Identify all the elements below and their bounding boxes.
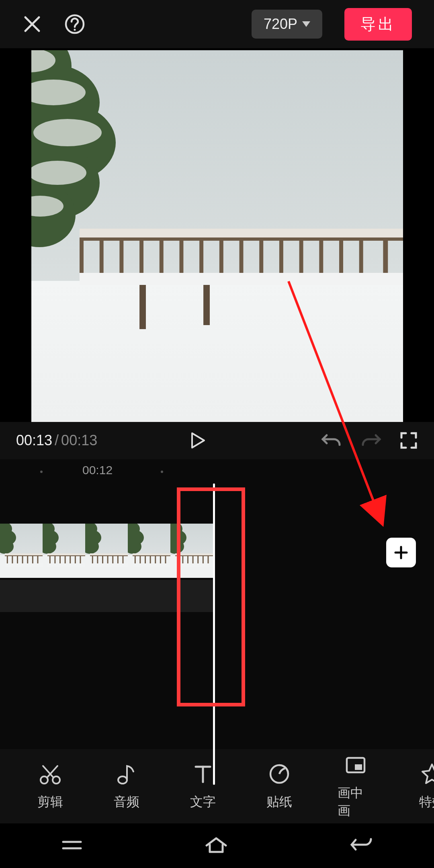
svg-rect-81 bbox=[139, 556, 141, 563]
svg-rect-57 bbox=[65, 556, 66, 563]
ruler-tick bbox=[161, 471, 163, 473]
svg-rect-28 bbox=[299, 241, 303, 273]
fullscreen-icon[interactable] bbox=[399, 431, 418, 450]
tool-sticker[interactable]: 贴纸 bbox=[261, 762, 297, 811]
picture-in-picture-icon bbox=[344, 753, 368, 777]
text-icon bbox=[191, 762, 215, 786]
add-clip-button[interactable] bbox=[386, 538, 416, 567]
export-label: 导出 bbox=[360, 16, 396, 33]
resolution-label: 720P bbox=[264, 16, 297, 33]
video-preview[interactable] bbox=[31, 50, 403, 422]
svg-rect-31 bbox=[359, 241, 363, 273]
svg-rect-24 bbox=[219, 241, 223, 273]
svg-rect-74 bbox=[90, 563, 128, 567]
time-display: 00:13/00:13 bbox=[16, 432, 97, 449]
svg-rect-58 bbox=[70, 556, 71, 563]
preview-area bbox=[0, 48, 434, 422]
svg-rect-69 bbox=[102, 556, 103, 563]
clip-thumbnail bbox=[85, 524, 128, 578]
tool-label: 特效 bbox=[419, 793, 434, 811]
svg-rect-54 bbox=[49, 556, 51, 563]
undo-icon[interactable] bbox=[321, 432, 341, 449]
nav-recent-icon[interactable] bbox=[61, 837, 83, 855]
play-bar: 00:13/00:13 bbox=[0, 422, 434, 459]
music-note-icon bbox=[115, 762, 139, 786]
svg-rect-78 bbox=[133, 553, 170, 555]
help-icon[interactable] bbox=[64, 14, 85, 35]
svg-rect-30 bbox=[339, 241, 343, 273]
svg-rect-46 bbox=[32, 556, 33, 563]
nav-home-icon[interactable] bbox=[204, 836, 228, 856]
svg-marker-113 bbox=[422, 764, 434, 783]
svg-rect-17 bbox=[80, 241, 84, 273]
close-icon[interactable] bbox=[22, 14, 42, 34]
svg-point-11 bbox=[33, 119, 102, 146]
tool-label: 画中画 bbox=[338, 784, 374, 820]
svg-rect-48 bbox=[5, 563, 43, 567]
svg-rect-80 bbox=[135, 556, 136, 563]
bottom-tool-bar: 剪辑 音频 文字 贴纸 画中画 bbox=[0, 749, 434, 823]
svg-rect-27 bbox=[279, 241, 283, 273]
svg-point-107 bbox=[118, 776, 127, 784]
svg-rect-56 bbox=[59, 556, 61, 563]
nav-back-icon[interactable] bbox=[349, 837, 373, 855]
svg-rect-86 bbox=[165, 556, 166, 563]
ruler-time-label: 00:12 bbox=[82, 463, 113, 477]
tool-text[interactable]: 文字 bbox=[185, 762, 221, 811]
svg-marker-35 bbox=[192, 433, 204, 448]
svg-rect-42 bbox=[12, 556, 13, 563]
svg-rect-71 bbox=[112, 556, 113, 563]
svg-rect-84 bbox=[155, 556, 156, 563]
play-icon[interactable] bbox=[188, 431, 207, 450]
tool-audio[interactable]: 音频 bbox=[108, 762, 145, 811]
resolution-selector[interactable]: 720P bbox=[252, 10, 322, 39]
svg-rect-19 bbox=[119, 241, 123, 273]
undo-redo-group bbox=[321, 432, 381, 449]
svg-rect-79 bbox=[133, 555, 170, 556]
svg-rect-21 bbox=[159, 241, 163, 273]
svg-rect-26 bbox=[259, 241, 263, 273]
svg-rect-20 bbox=[139, 241, 143, 273]
svg-rect-32 bbox=[383, 241, 388, 273]
svg-rect-43 bbox=[17, 556, 18, 563]
svg-rect-65 bbox=[90, 553, 128, 555]
svg-rect-14 bbox=[80, 273, 403, 285]
svg-rect-16 bbox=[80, 237, 403, 241]
svg-rect-70 bbox=[107, 556, 108, 563]
svg-rect-82 bbox=[145, 556, 146, 563]
clip-thumbnail bbox=[128, 524, 170, 578]
tool-label: 剪辑 bbox=[37, 793, 63, 811]
current-time: 00:13 bbox=[16, 432, 52, 448]
sticker-icon bbox=[267, 762, 291, 786]
tool-edit[interactable]: 剪辑 bbox=[32, 762, 68, 811]
tool-label: 文字 bbox=[190, 793, 216, 811]
svg-rect-87 bbox=[133, 563, 170, 567]
svg-point-3 bbox=[74, 29, 76, 31]
svg-rect-47 bbox=[37, 556, 39, 563]
system-nav-bar bbox=[0, 823, 434, 868]
timeline[interactable]: 00:12 bbox=[0, 459, 434, 749]
svg-rect-15 bbox=[80, 229, 403, 237]
svg-rect-66 bbox=[90, 555, 128, 556]
svg-rect-61 bbox=[47, 563, 85, 567]
svg-rect-29 bbox=[319, 241, 323, 273]
redo-icon[interactable] bbox=[361, 432, 381, 449]
svg-rect-45 bbox=[27, 556, 28, 563]
tool-pip[interactable]: 画中画 bbox=[338, 753, 374, 820]
svg-rect-39 bbox=[5, 553, 43, 555]
svg-rect-53 bbox=[47, 555, 85, 556]
export-button[interactable]: 导出 bbox=[344, 8, 412, 41]
svg-rect-67 bbox=[92, 556, 93, 563]
svg-rect-18 bbox=[99, 241, 103, 273]
svg-rect-112 bbox=[355, 764, 362, 770]
svg-rect-22 bbox=[179, 241, 183, 273]
top-bar: 720P 导出 bbox=[0, 0, 434, 48]
video-editor-app: 720P 导出 bbox=[0, 0, 434, 868]
svg-rect-34 bbox=[203, 285, 210, 325]
time-separator: / bbox=[55, 432, 59, 448]
svg-rect-68 bbox=[97, 556, 98, 563]
scissors-icon bbox=[38, 762, 62, 786]
svg-rect-52 bbox=[47, 553, 85, 555]
svg-rect-72 bbox=[117, 556, 119, 563]
tool-effects[interactable]: 特效 bbox=[414, 762, 434, 811]
